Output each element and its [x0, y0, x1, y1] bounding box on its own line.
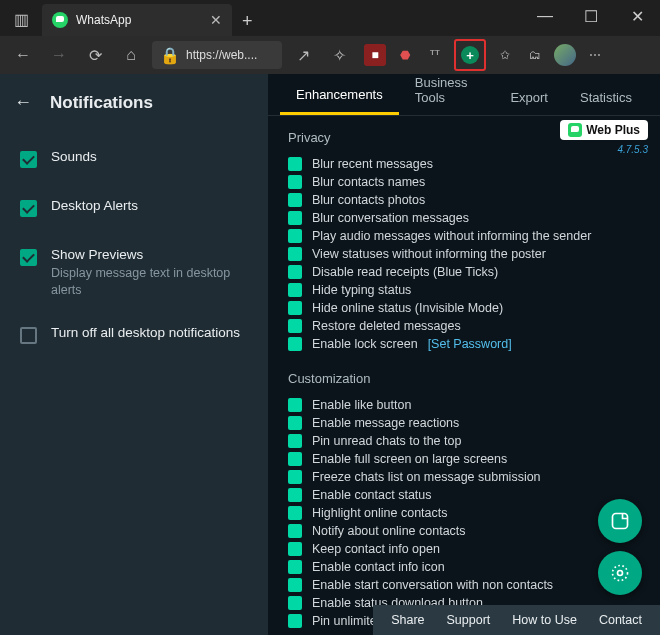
profile-avatar[interactable] [554, 44, 576, 66]
window-minimize-button[interactable]: — [522, 0, 568, 32]
window-maximize-button[interactable]: ☐ [568, 0, 614, 32]
setting-item[interactable]: View statuses without informing the post… [288, 245, 640, 263]
wa-logo-icon [568, 123, 582, 137]
setting-item[interactable]: Enable full screen on large screens [288, 450, 640, 468]
sticker-fab[interactable] [598, 499, 642, 543]
setting-item[interactable]: Play audio messages without informing th… [288, 227, 640, 245]
settings-fab[interactable] [598, 551, 642, 595]
extension-icon-1[interactable]: ■ [364, 44, 386, 66]
setting-item[interactable]: Hide typing status [288, 281, 640, 299]
collections-icon[interactable]: 🗂 [524, 44, 546, 66]
footer-link[interactable]: How to Use [512, 613, 577, 627]
forward-button[interactable]: → [44, 40, 74, 70]
favorite-icon[interactable]: ✧ [324, 40, 354, 70]
setting-item[interactable]: Enable like button [288, 396, 640, 414]
panel-tab[interactable]: Enhancements [280, 77, 399, 115]
option-label: Turn off all desktop notifications [51, 325, 240, 340]
sidebar-option[interactable]: Show PreviewsDisplay message text in des… [0, 239, 268, 307]
panel-footer: ShareSupportHow to UseContact [373, 605, 660, 635]
vertical-tabs-icon[interactable]: ▥ [6, 5, 36, 35]
footer-link[interactable]: Support [447, 613, 491, 627]
extension-icon-3[interactable]: ᵀᵀ [424, 44, 446, 66]
setting-item[interactable]: Blur contacts names [288, 173, 640, 191]
sidebar-title: Notifications [50, 93, 153, 113]
checkbox-icon[interactable] [288, 488, 302, 502]
checkbox-icon[interactable] [288, 229, 302, 243]
checkbox-icon[interactable] [288, 175, 302, 189]
more-menu-icon[interactable]: ⋯ [584, 44, 606, 66]
sidebar-option[interactable]: Turn off all desktop notifications [0, 317, 268, 352]
checkbox-icon[interactable] [288, 524, 302, 538]
window-close-button[interactable]: ✕ [614, 0, 660, 32]
checkbox-icon[interactable] [288, 193, 302, 207]
checkbox-icon[interactable] [288, 596, 302, 610]
setting-label: Enable lock screen [312, 337, 418, 351]
checkbox-icon[interactable] [20, 327, 37, 344]
setting-label: Highlight online contacts [312, 506, 448, 520]
option-label: Sounds [51, 149, 97, 164]
setting-label: Restore deleted messages [312, 319, 461, 333]
checkbox-icon[interactable] [288, 542, 302, 556]
checkbox-icon[interactable] [20, 151, 37, 168]
setting-item[interactable]: Highlight online contacts [288, 504, 640, 522]
checkbox-icon[interactable] [288, 506, 302, 520]
refresh-button[interactable]: ⟳ [80, 40, 110, 70]
brand-version: 4.7.5.3 [560, 144, 648, 155]
favorites-bar-icon[interactable]: ✩ [494, 44, 516, 66]
setting-item[interactable]: Blur contacts photos [288, 191, 640, 209]
set-password-link[interactable]: [Set Password] [428, 337, 512, 351]
checkbox-icon[interactable] [20, 249, 37, 266]
open-external-icon[interactable]: ↗ [288, 40, 318, 70]
checkbox-icon[interactable] [288, 337, 302, 351]
setting-item[interactable]: Enable start conversation with non conta… [288, 576, 640, 594]
home-button[interactable]: ⌂ [116, 40, 146, 70]
tab-close-icon[interactable]: ✕ [210, 12, 222, 28]
web-plus-extension-icon[interactable]: + [454, 39, 486, 71]
setting-item[interactable]: Disable read receipts (Blue Ticks) [288, 263, 640, 281]
address-bar[interactable]: 🔒 https://web.... [152, 41, 282, 69]
setting-item[interactable]: Pin unread chats to the top [288, 432, 640, 450]
checkbox-icon[interactable] [288, 578, 302, 592]
extension-icon-2[interactable]: ⬣ [394, 44, 416, 66]
checkbox-icon[interactable] [288, 416, 302, 430]
checkbox-icon[interactable] [288, 265, 302, 279]
setting-item[interactable]: Enable lock screen [Set Password] [288, 335, 640, 353]
checkbox-icon[interactable] [288, 614, 302, 628]
checkbox-icon[interactable] [288, 247, 302, 261]
setting-item[interactable]: Blur conversation messages [288, 209, 640, 227]
checkbox-icon[interactable] [288, 301, 302, 315]
checkbox-icon[interactable] [288, 560, 302, 574]
checkbox-icon[interactable] [288, 319, 302, 333]
setting-item[interactable]: Enable contact info icon [288, 558, 640, 576]
back-arrow-icon[interactable]: ← [14, 92, 32, 113]
panel-tab[interactable]: Export [494, 80, 564, 115]
checkbox-icon[interactable] [288, 452, 302, 466]
setting-item[interactable]: Hide online status (Invisible Mode) [288, 299, 640, 317]
checkbox-icon[interactable] [288, 434, 302, 448]
panel-tab[interactable]: Statistics [564, 80, 648, 115]
web-plus-badge[interactable]: Web Plus [560, 120, 648, 140]
setting-item[interactable]: Keep contact info open [288, 540, 640, 558]
setting-label: Disable read receipts (Blue Ticks) [312, 265, 498, 279]
footer-link[interactable]: Share [391, 613, 424, 627]
checkbox-icon[interactable] [20, 200, 37, 217]
checkbox-icon[interactable] [288, 211, 302, 225]
checkbox-icon[interactable] [288, 470, 302, 484]
sidebar-option[interactable]: Sounds [0, 141, 268, 176]
setting-label: Enable start conversation with non conta… [312, 578, 553, 592]
checkbox-icon[interactable] [288, 283, 302, 297]
setting-item[interactable]: Blur recent messages [288, 155, 640, 173]
sidebar-option[interactable]: Desktop Alerts [0, 190, 268, 225]
browser-tab[interactable]: WhatsApp ✕ [42, 4, 232, 36]
setting-item[interactable]: Enable contact status [288, 486, 640, 504]
setting-item[interactable]: Restore deleted messages [288, 317, 640, 335]
setting-item[interactable]: Enable message reactions [288, 414, 640, 432]
new-tab-button[interactable]: + [242, 11, 253, 32]
back-button[interactable]: ← [8, 40, 38, 70]
checkbox-icon[interactable] [288, 157, 302, 171]
setting-item[interactable]: Notify about online contacts [288, 522, 640, 540]
checkbox-icon[interactable] [288, 398, 302, 412]
setting-item[interactable]: Freeze chats list on message submission [288, 468, 640, 486]
panel-tab[interactable]: Business Tools [399, 74, 495, 115]
footer-link[interactable]: Contact [599, 613, 642, 627]
